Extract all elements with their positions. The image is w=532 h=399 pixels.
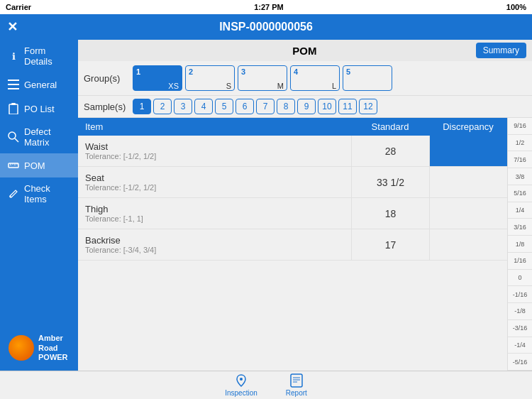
tab-bar: Inspection Report [0,371,532,399]
svg-rect-15 [291,374,302,387]
sample-tab-7[interactable]: 7 [256,99,275,114]
svg-point-5 [9,132,16,139]
td-standard-backrise[interactable]: 17 [351,229,429,260]
group-tab-5[interactable]: 5 [343,65,392,91]
main-layout: ℹ Form Details General PO List Defect Ma… [0,40,532,371]
ruler-tick-neg-3-16: -3/16 [508,320,532,337]
sample-tab-9[interactable]: 9 [297,99,316,114]
sidebar-item-pom[interactable]: POM [0,153,78,177]
content-header: POM Summary [78,40,532,61]
item-name-waist: Waist [85,141,344,152]
td-discrepancy-waist[interactable] [429,136,507,166]
item-name-thigh: Thigh [85,204,344,214]
sidebar-item-form-details[interactable]: ℹ Form Details [0,40,78,72]
sample-tab-12[interactable]: 12 [359,99,377,114]
item-name-seat: Seat [85,173,344,183]
ruler-icon [7,159,20,172]
sample-tab-8[interactable]: 8 [277,99,295,114]
ruler-tick-neg-1-4: -1/4 [508,337,532,354]
list-icon [7,78,20,91]
ruler-tick-7-16: 7/16 [508,151,532,168]
item-tolerance-backrise: Tolerance: [-3/4, 3/4] [85,246,344,254]
sidebar-item-defect-matrix[interactable]: Defect Matrix [0,121,78,153]
info-icon: ℹ [7,50,20,62]
sidebar-item-check-items[interactable]: Check Items [0,177,78,210]
td-standard-waist[interactable]: 28 [351,136,429,166]
sidebar-item-po-list[interactable]: PO List [0,97,78,121]
col-header-item: Item [78,118,351,136]
ruler-tick-3-16: 3/16 [508,219,532,236]
td-item-seat: Seat Tolerance: [-1/2, 1/2] [78,167,351,197]
td-standard-thigh[interactable]: 18 [351,198,429,229]
table-row: Seat Tolerance: [-1/2, 1/2] 33 1/2 [78,167,507,198]
samples-row: Sample(s) 1 2 3 4 5 6 7 8 9 10 11 12 [78,96,532,118]
sample-tab-5[interactable]: 5 [215,99,233,114]
col-header-discrepancy: Discrepancy [429,118,507,136]
group-tab-3[interactable]: 3 M [238,65,287,91]
td-discrepancy-thigh[interactable] [429,198,507,229]
logo-text: Amber Road [38,334,70,352]
group-tab-2[interactable]: 2 S [185,65,235,91]
report-icon [289,373,304,388]
groups-row: Group(s) 1 XS 2 S 3 M 4 L [78,61,532,96]
inspection-icon [234,373,248,388]
tab-bar-report[interactable]: Report [286,373,307,397]
group-tab-size-4: L [291,82,339,90]
pencil-icon [7,187,20,200]
ruler-tick-1-16: 1/16 [508,253,532,270]
td-standard-seat[interactable]: 33 1/2 [351,167,429,197]
sample-tab-10[interactable]: 10 [318,99,336,114]
tab-bar-inspection[interactable]: Inspection [225,373,257,397]
td-discrepancy-backrise[interactable] [429,229,507,260]
sample-tab-4[interactable]: 4 [194,99,213,114]
group-tab-size-3: M [238,82,287,90]
tab-bar-label-inspection: Inspection [225,389,257,397]
sample-tab-2[interactable]: 2 [153,99,172,114]
table-row: Thigh Tolerance: [-1, 1] 18 [78,198,507,229]
group-tab-size-2: S [186,82,234,90]
svg-rect-1 [8,84,19,85]
sample-tab-3[interactable]: 3 [174,99,192,114]
sidebar-label-form-details: Form Details [24,45,71,67]
table-header: Item Standard Discrepancy [78,118,507,136]
group-tab-4[interactable]: 4 L [290,65,340,91]
td-item-backrise: Backrise Tolerance: [-3/4, 3/4] [78,229,351,260]
table-body: Waist Tolerance: [-1/2, 1/2] 28 Seat Tol… [78,136,507,371]
group-tab-num-1: 1 [133,66,182,77]
logo-subtext: POWER [38,353,70,362]
svg-rect-3 [9,104,18,114]
ruler-tick-1-4: 1/4 [508,202,532,219]
summary-button[interactable]: Summary [476,43,526,58]
svg-point-14 [240,378,243,381]
td-item-waist: Waist Tolerance: [-1/2, 1/2] [78,136,351,166]
carrier-label: Carrier [6,3,31,11]
ruler-tick-5-16: 5/16 [508,185,532,202]
item-tolerance-waist: Tolerance: [-1/2, 1/2] [85,152,344,160]
svg-rect-2 [8,88,19,89]
td-item-thigh: Thigh Tolerance: [-1, 1] [78,198,351,229]
samples-label: Sample(s) [84,102,130,112]
sidebar-label-pom: POM [24,160,45,171]
content-title: POM [133,45,476,57]
app-header: ✕ INSP-0000000056 [0,14,532,40]
sample-tab-1[interactable]: 1 [133,99,151,114]
ruler-tick-neg-1-16: -1/16 [508,286,532,303]
search-icon [7,131,20,143]
tab-bar-label-report: Report [286,389,307,397]
table-row: Backrise Tolerance: [-3/4, 3/4] 17 [78,229,507,261]
ruler-tick-3-8: 3/8 [508,168,532,185]
close-icon[interactable]: ✕ [7,19,18,35]
sidebar-item-general[interactable]: General [0,72,78,97]
clipboard-icon [7,102,20,115]
item-name-backrise: Backrise [85,235,344,246]
sample-tab-11[interactable]: 11 [338,99,357,114]
sample-tab-6[interactable]: 6 [235,99,254,114]
item-tolerance-thigh: Tolerance: [-1, 1] [85,214,344,223]
svg-rect-0 [8,80,19,81]
td-discrepancy-seat[interactable] [429,167,507,197]
group-tab-1[interactable]: 1 XS [133,65,182,91]
ruler: 9/16 1/2 7/16 3/8 5/16 1/4 3/16 1/8 1/16… [507,118,532,371]
status-bar: Carrier 1:27 PM 100% [0,0,532,14]
svg-line-6 [15,138,18,142]
col-header-standard: Standard [351,118,429,136]
